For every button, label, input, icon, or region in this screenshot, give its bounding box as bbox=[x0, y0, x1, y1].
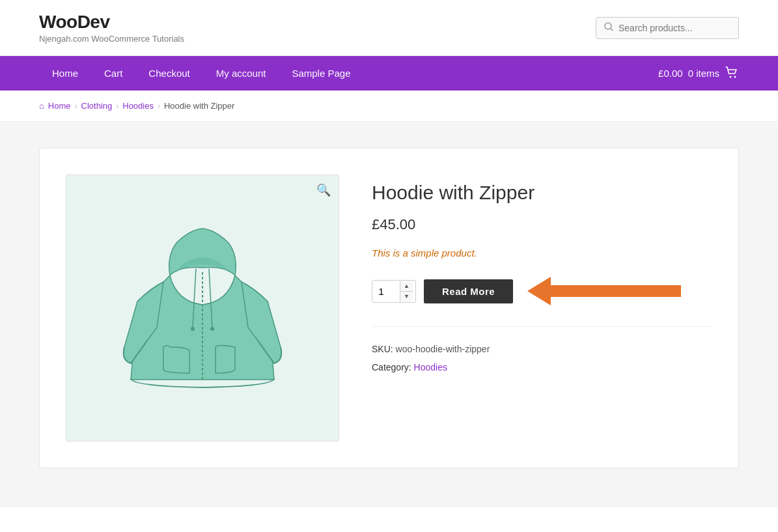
site-title: WooDev bbox=[39, 12, 184, 33]
svg-point-3 bbox=[734, 76, 736, 78]
nav-item-samplepage[interactable]: Sample Page bbox=[279, 56, 363, 91]
quantity-arrows: ▲ ▼ bbox=[400, 281, 413, 301]
site-header: WooDev Njengah.com WooCommerce Tutorials bbox=[0, 0, 778, 56]
nav-link-samplepage[interactable]: Sample Page bbox=[279, 56, 363, 91]
product-category: Category: Hoodies bbox=[372, 358, 712, 376]
breadcrumb-sep-3: › bbox=[158, 102, 160, 111]
arrow-body bbox=[551, 285, 681, 297]
product-price: £45.00 bbox=[372, 216, 712, 233]
breadcrumb-bar: ⌂ Home › Clothing › Hoodies › Hoodie wit… bbox=[0, 91, 778, 122]
breadcrumb-current: Hoodie with Zipper bbox=[164, 101, 234, 111]
home-icon: ⌂ bbox=[39, 101, 44, 111]
category-label: Category: bbox=[372, 362, 411, 372]
cart-icon bbox=[725, 65, 739, 81]
nav-item-myaccount[interactable]: My account bbox=[203, 56, 279, 91]
quantity-wrapper[interactable]: 1 ▲ ▼ bbox=[372, 280, 416, 303]
cart-widget[interactable]: £0.00 0 items bbox=[658, 65, 739, 81]
site-branding: WooDev Njengah.com WooCommerce Tutorials bbox=[39, 12, 184, 44]
product-details: Hoodie with Zipper £45.00 This is a simp… bbox=[372, 175, 712, 441]
svg-point-7 bbox=[191, 327, 195, 331]
main-nav: Home Cart Checkout My account Sample Pag… bbox=[0, 56, 778, 91]
nav-link-myaccount[interactable]: My account bbox=[203, 56, 279, 91]
site-description: Njengah.com WooCommerce Tutorials bbox=[39, 34, 184, 44]
sku-value: woo-hoodie-with-zipper bbox=[396, 344, 490, 354]
breadcrumb-hoodies[interactable]: Hoodies bbox=[122, 101, 154, 111]
breadcrumb-home[interactable]: Home bbox=[48, 101, 71, 111]
read-more-button[interactable]: Read More bbox=[424, 279, 513, 303]
cart-count: 0 items bbox=[688, 68, 719, 79]
sku-label: SKU: bbox=[372, 344, 393, 354]
nav-item-cart[interactable]: Cart bbox=[91, 56, 135, 91]
product-image-wrap: 🔍 bbox=[66, 175, 339, 441]
nav-link-checkout[interactable]: Checkout bbox=[135, 56, 202, 91]
product-title: Hoodie with Zipper bbox=[372, 181, 712, 204]
breadcrumb-sep-1: › bbox=[75, 102, 77, 111]
quantity-down-button[interactable]: ▼ bbox=[400, 292, 413, 301]
zoom-icon[interactable]: 🔍 bbox=[316, 183, 331, 197]
main-content: 🔍 bbox=[0, 122, 778, 507]
category-link[interactable]: Hoodies bbox=[414, 362, 447, 372]
arrow-annotation bbox=[527, 277, 681, 305]
product-actions: 1 ▲ ▼ Read More bbox=[372, 277, 712, 305]
search-input[interactable] bbox=[618, 23, 730, 33]
nav-item-home[interactable]: Home bbox=[39, 56, 91, 91]
nav-links: Home Cart Checkout My account Sample Pag… bbox=[39, 56, 364, 91]
quantity-up-button[interactable]: ▲ bbox=[400, 281, 413, 291]
product-image bbox=[111, 197, 294, 419]
nav-link-cart[interactable]: Cart bbox=[91, 56, 135, 91]
product-sku: SKU: woo-hoodie-with-zipper bbox=[372, 340, 712, 358]
nav-item-checkout[interactable]: Checkout bbox=[135, 56, 202, 91]
breadcrumb-sep-2: › bbox=[116, 102, 118, 111]
search-box[interactable] bbox=[596, 17, 739, 39]
svg-point-2 bbox=[730, 76, 732, 78]
product-container: 🔍 bbox=[39, 148, 739, 468]
cart-amount: £0.00 bbox=[658, 68, 683, 79]
breadcrumb: ⌂ Home › Clothing › Hoodies › Hoodie wit… bbox=[39, 101, 739, 111]
arrow-head bbox=[527, 277, 551, 305]
product-meta: SKU: woo-hoodie-with-zipper Category: Ho… bbox=[372, 326, 712, 376]
product-description: This is a simple product. bbox=[372, 247, 712, 259]
svg-line-1 bbox=[611, 29, 613, 31]
nav-link-home[interactable]: Home bbox=[39, 56, 91, 91]
search-icon bbox=[604, 22, 613, 34]
breadcrumb-clothing[interactable]: Clothing bbox=[81, 101, 113, 111]
svg-point-8 bbox=[210, 327, 214, 331]
quantity-input[interactable]: 1 bbox=[372, 281, 400, 302]
